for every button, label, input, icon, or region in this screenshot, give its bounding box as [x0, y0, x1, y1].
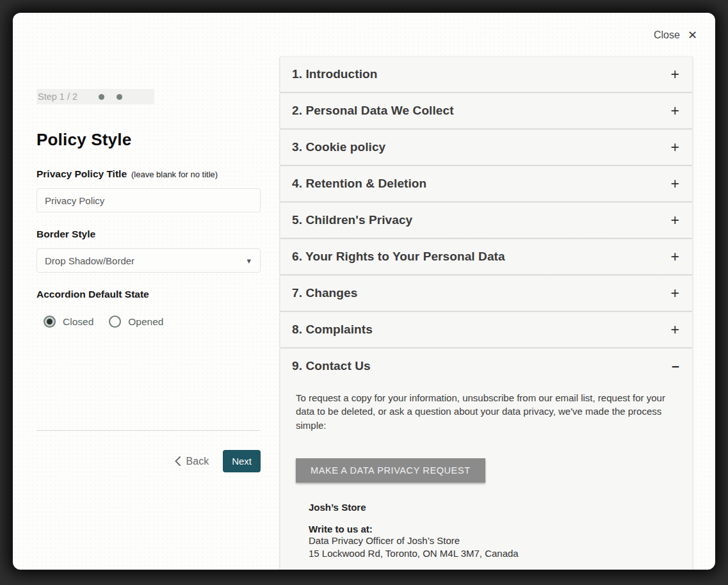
accordion-section-header[interactable]: 4. Retention & Deletion +: [280, 166, 692, 201]
radio-closed-label: Closed: [63, 316, 93, 328]
accordion-section-header[interactable]: 7. Changes +: [280, 276, 692, 310]
make-data-privacy-request-button[interactable]: MAKE A DATA PRIVACY REQUEST: [296, 458, 485, 483]
plus-icon: +: [671, 323, 679, 337]
privacy-policy-title-input[interactable]: [36, 188, 261, 212]
accordion-section-title: 6. Your Rights to Your Personal Data: [292, 250, 505, 264]
accordion-section-header[interactable]: 9. Contact Us −: [280, 349, 692, 383]
write-to-us-label: Write to us at:: [296, 524, 675, 534]
next-button[interactable]: Next: [223, 450, 261, 472]
step-progress: Step 1 / 2: [36, 89, 154, 104]
accordion-section-title: 1. Introduction: [292, 67, 377, 81]
border-style-select[interactable]: Drop Shadow/Border ▾: [36, 248, 261, 273]
close-button[interactable]: Close ✕: [654, 28, 697, 42]
accordion-section: 8. Complaints +: [280, 312, 693, 348]
contact-us-body: To request a copy for your information, …: [280, 383, 692, 570]
accordion-section-title: 5. Children's Privacy: [292, 213, 412, 227]
accordion-state-radio-group: Closed Opened: [36, 316, 261, 328]
radio-opened-control[interactable]: [109, 316, 121, 328]
chevron-down-icon: ▾: [247, 256, 251, 266]
back-button-label: Back: [186, 456, 209, 467]
close-icon: ✕: [688, 28, 697, 42]
plus-icon: +: [671, 67, 679, 82]
policy-style-modal: Close ✕ Step 1 / 2 Policy Style Privacy …: [13, 13, 715, 570]
address-line-2: 15 Lockwood Rd, Toronto, ON M4L 3M7, Can…: [296, 547, 675, 560]
accordion-section-title: 2. Personal Data We Collect: [292, 104, 454, 118]
step-dot-1: [99, 94, 104, 100]
accordion-section-header[interactable]: 2. Personal Data We Collect +: [280, 93, 692, 128]
store-name: Josh’s Store: [296, 502, 675, 513]
accordion-section-expanded: 9. Contact Us − To request a copy for yo…: [280, 348, 693, 570]
contact-us-paragraph: To request a copy for your information, …: [296, 391, 675, 432]
accordion-section-header[interactable]: 8. Complaints +: [280, 312, 692, 347]
accordion-section-header[interactable]: 6. Your Rights to Your Personal Data +: [280, 239, 692, 274]
border-style-label: Border Style: [36, 228, 261, 240]
plus-icon: +: [671, 213, 679, 228]
accordion-section: 6. Your Rights to Your Personal Data +: [280, 239, 693, 275]
radio-option-closed[interactable]: Closed: [44, 316, 93, 328]
back-button[interactable]: Back: [175, 456, 209, 467]
accordion-section-title: 7. Changes: [292, 286, 357, 300]
accordion-section: 4. Retention & Deletion +: [280, 166, 693, 202]
radio-opened-label: Opened: [128, 316, 163, 328]
accordion-default-state-label: Accordion Default State: [36, 289, 261, 300]
accordion-section: 1. Introduction +: [280, 56, 693, 92]
accordion-section-title: 9. Contact Us: [292, 359, 371, 373]
step-label: Step 1 / 2: [38, 92, 77, 102]
plus-icon: +: [671, 104, 679, 118]
minus-icon: −: [672, 360, 679, 373]
accordion-section: 2. Personal Data We Collect +: [280, 93, 693, 129]
address-line-1: Data Privacy Officer of Josh’s Store: [296, 534, 675, 547]
step-dot-2: [117, 94, 122, 100]
step-dots: [99, 94, 122, 100]
radio-option-opened[interactable]: Opened: [109, 316, 163, 328]
policy-preview-panel: 1. Introduction + 2. Personal Data We Co…: [280, 56, 693, 570]
form-divider: [36, 430, 261, 431]
plus-icon: +: [671, 286, 679, 301]
plus-icon: +: [671, 250, 679, 264]
page-title: Policy Style: [36, 130, 261, 150]
border-style-selected-value: Drop Shadow/Border: [45, 255, 134, 266]
accordion-section-header[interactable]: 1. Introduction +: [280, 57, 692, 92]
wizard-panel: Step 1 / 2 Policy Style Privacy Policy T…: [36, 89, 261, 472]
accordion-section: 3. Cookie policy +: [280, 129, 693, 165]
privacy-policy-title-hint: (leave blank for no title): [131, 170, 218, 179]
accordion-section-header[interactable]: 3. Cookie policy +: [280, 130, 692, 164]
radio-closed-control[interactable]: [44, 316, 56, 328]
accordion-section: 7. Changes +: [280, 275, 693, 311]
accordion-section-title: 8. Complaints: [292, 323, 373, 337]
accordion-section: 5. Children's Privacy +: [280, 202, 693, 238]
accordion-collapsed-sections: 1. Introduction + 2. Personal Data We Co…: [280, 56, 693, 348]
plus-icon: +: [671, 177, 679, 191]
chevron-left-icon: [175, 456, 181, 466]
privacy-policy-title-label: Privacy Policy Title: [36, 168, 127, 180]
accordion-section-title: 4. Retention & Deletion: [292, 177, 426, 191]
accordion-section-header[interactable]: 5. Children's Privacy +: [280, 203, 692, 237]
accordion-section-title: 3. Cookie policy: [292, 140, 385, 154]
close-button-label: Close: [654, 29, 680, 41]
plus-icon: +: [671, 140, 679, 155]
